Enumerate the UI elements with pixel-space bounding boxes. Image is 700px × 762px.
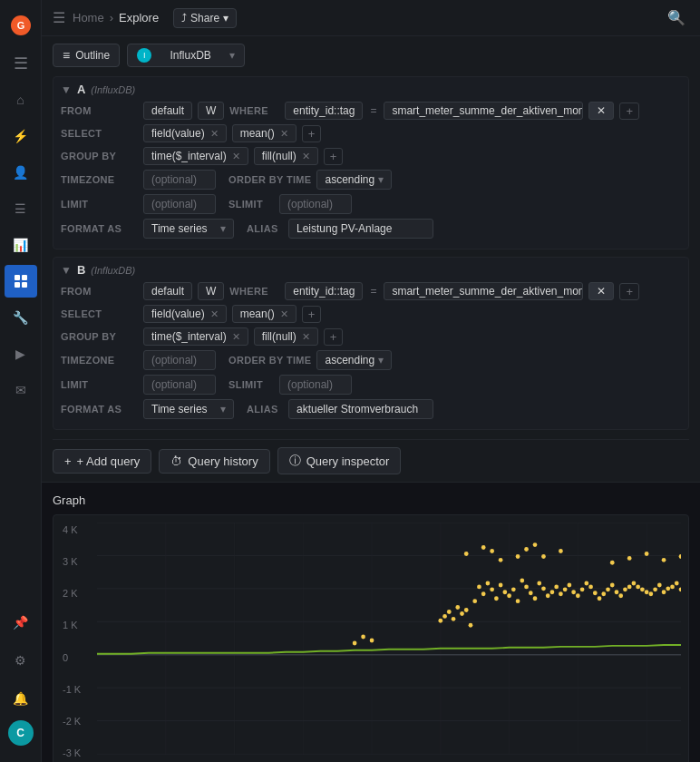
query-b-order-value: ascending bbox=[325, 354, 374, 366]
sidebar-user-icon[interactable]: 👤 bbox=[5, 156, 37, 189]
query-b-field: field(value) ✕ bbox=[143, 305, 227, 323]
sidebar-home-icon[interactable]: ⌂ bbox=[5, 83, 37, 116]
query-a-order-select[interactable]: ascending ▾ bbox=[316, 170, 392, 190]
svg-point-37 bbox=[486, 581, 491, 585]
svg-point-74 bbox=[645, 590, 649, 594]
query-b-group-row: GROUP BY time($_interval) ✕ fill(null) ✕… bbox=[61, 327, 681, 346]
svg-text:G: G bbox=[16, 20, 24, 31]
sidebar: G ☰ ⌂ ⚡ 👤 ☰ 📊 🔧 ▶ ✉ 📌 ⚙ 🔔 C bbox=[0, 0, 42, 762]
topbar-menu-icon[interactable]: ☰ bbox=[53, 9, 65, 26]
breadcrumb-separator: › bbox=[110, 11, 113, 24]
query-a-slimit-input[interactable]: (optional) bbox=[279, 194, 352, 214]
query-b-where-x[interactable]: ✕ bbox=[588, 282, 614, 300]
query-b-where-add[interactable]: + bbox=[619, 283, 639, 300]
query-a-collapse-icon[interactable]: ▼ bbox=[61, 83, 72, 96]
add-query-button[interactable]: + + Add query bbox=[53, 449, 151, 474]
query-a-alias-input[interactable]: Leistung PV-Anlage bbox=[288, 219, 433, 239]
query-b-order-select[interactable]: ascending ▾ bbox=[316, 350, 392, 370]
query-b-from-w: W bbox=[198, 282, 224, 300]
sidebar-user-avatar[interactable]: C bbox=[8, 720, 34, 746]
sidebar-chart-icon[interactable]: 📊 bbox=[5, 229, 37, 261]
query-b-select-row: SELECT field(value) ✕ mean() ✕ + bbox=[61, 305, 681, 323]
query-b-limit-input[interactable]: (optional) bbox=[143, 375, 216, 395]
query-a-select-add[interactable]: + bbox=[302, 125, 322, 142]
svg-point-48 bbox=[533, 596, 538, 601]
query-b-section: ▼ B (InfluxDB) FROM default W WHERE enti… bbox=[53, 257, 689, 430]
query-a-format-select[interactable]: Time series ▾ bbox=[143, 219, 234, 239]
svg-point-64 bbox=[601, 591, 606, 596]
sidebar-play-icon[interactable]: ▶ bbox=[5, 337, 37, 370]
outline-button[interactable]: ≡ Outline bbox=[53, 44, 120, 67]
svg-point-23 bbox=[353, 640, 357, 645]
datasource-label: InfluxDB bbox=[170, 49, 211, 62]
query-b-collapse-icon[interactable]: ▼ bbox=[61, 264, 72, 277]
svg-point-32 bbox=[464, 608, 469, 612]
top-search-icon[interactable]: 🔍 bbox=[664, 5, 689, 31]
sidebar-lightning-icon[interactable]: ⚡ bbox=[5, 120, 37, 152]
svg-point-31 bbox=[460, 611, 464, 616]
y-label-1k: 1 K bbox=[63, 620, 81, 630]
svg-point-30 bbox=[455, 605, 460, 610]
query-b-group-time-x[interactable]: ✕ bbox=[232, 331, 240, 343]
sidebar-list-icon[interactable]: ☰ bbox=[5, 192, 37, 225]
main-content: ☰ Home › Explore ⤴ Share ▾ 🔍 ≡ Outline I bbox=[42, 0, 700, 762]
outline-label: Outline bbox=[75, 49, 110, 62]
sidebar-wrench-icon[interactable]: 🔧 bbox=[5, 301, 37, 334]
query-a-where-key: entity_id::tag bbox=[285, 102, 363, 120]
query-b-slimit-input[interactable]: (optional) bbox=[279, 375, 352, 395]
svg-point-57 bbox=[571, 590, 576, 594]
query-a-select-label: SELECT bbox=[61, 128, 138, 139]
history-icon: ⏱ bbox=[170, 454, 182, 468]
y-label-minus1k: -1 K bbox=[63, 684, 81, 695]
svg-point-95 bbox=[662, 558, 666, 562]
query-a-mean-x[interactable]: ✕ bbox=[280, 128, 288, 140]
query-a-format-row: FORMAT AS Time series ▾ ALIAS Leistung P… bbox=[61, 219, 681, 239]
query-b-label: B bbox=[77, 263, 85, 277]
svg-point-71 bbox=[632, 581, 637, 585]
query-b-group-add[interactable]: + bbox=[324, 328, 344, 346]
query-a-limit-row: LIMIT (optional) SLIMIT (optional) bbox=[61, 194, 681, 214]
query-b-group-fill-x[interactable]: ✕ bbox=[302, 331, 310, 343]
query-a-group-fill-x[interactable]: ✕ bbox=[302, 151, 310, 162]
query-a-where-x[interactable]: ✕ bbox=[588, 102, 614, 120]
breadcrumb-explore[interactable]: Explore bbox=[119, 11, 159, 24]
query-a-group-time-x[interactable]: ✕ bbox=[232, 151, 240, 162]
query-a-group-time: time($_interval) ✕ bbox=[143, 147, 248, 165]
breadcrumb-home[interactable]: Home bbox=[73, 11, 104, 24]
y-label-minus3k: -3 K bbox=[63, 747, 81, 758]
svg-point-91 bbox=[559, 549, 563, 553]
query-inspector-button[interactable]: ⓘ Query inspector bbox=[277, 447, 402, 474]
svg-point-28 bbox=[447, 610, 452, 614]
add-query-icon: + bbox=[64, 454, 72, 468]
query-b-field-x[interactable]: ✕ bbox=[210, 308, 219, 320]
datasource-selector[interactable]: I InfluxDB ▾ bbox=[127, 44, 245, 67]
query-a-limit-input[interactable]: (optional) bbox=[143, 194, 216, 214]
query-b-alias-input[interactable]: aktueller Stromverbrauch bbox=[288, 399, 433, 419]
query-a-field-x[interactable]: ✕ bbox=[210, 128, 219, 140]
query-a-header: ▼ A (InfluxDB) bbox=[61, 83, 681, 96]
query-b-where-label: WHERE bbox=[229, 286, 279, 297]
query-history-button[interactable]: ⏱ Query history bbox=[159, 449, 269, 474]
sidebar-mail-icon[interactable]: ✉ bbox=[5, 374, 37, 406]
y-label-3k: 3 K bbox=[63, 556, 81, 567]
share-button[interactable]: ⤴ Share ▾ bbox=[173, 8, 237, 28]
query-a-mean: mean() ✕ bbox=[232, 124, 297, 142]
query-b-tz-input[interactable]: (optional) bbox=[143, 350, 216, 370]
svg-point-56 bbox=[568, 582, 572, 587]
svg-point-76 bbox=[653, 587, 657, 591]
query-b-select-add[interactable]: + bbox=[302, 306, 322, 323]
query-a-tz-input[interactable]: (optional) bbox=[143, 170, 216, 190]
query-a-tz-row: TIMEZONE (optional) ORDER BY TIME ascend… bbox=[61, 170, 681, 190]
query-b-mean-x[interactable]: ✕ bbox=[280, 308, 288, 320]
sidebar-pin-icon[interactable]: 📌 bbox=[5, 606, 37, 639]
query-a-where-add[interactable]: + bbox=[619, 103, 639, 120]
sidebar-settings-icon[interactable]: ⚙ bbox=[5, 644, 37, 677]
query-b-format-select[interactable]: Time series ▾ bbox=[143, 399, 234, 419]
sidebar-bell-icon[interactable]: 🔔 bbox=[5, 682, 37, 715]
query-b-db: (InfluxDB) bbox=[91, 265, 135, 276]
query-a-group-add[interactable]: + bbox=[324, 148, 344, 165]
query-a-label: A bbox=[77, 83, 85, 96]
sidebar-explore-icon[interactable] bbox=[5, 265, 37, 298]
sidebar-menu-icon[interactable]: ☰ bbox=[5, 47, 37, 80]
query-b-select-label: SELECT bbox=[61, 308, 138, 319]
